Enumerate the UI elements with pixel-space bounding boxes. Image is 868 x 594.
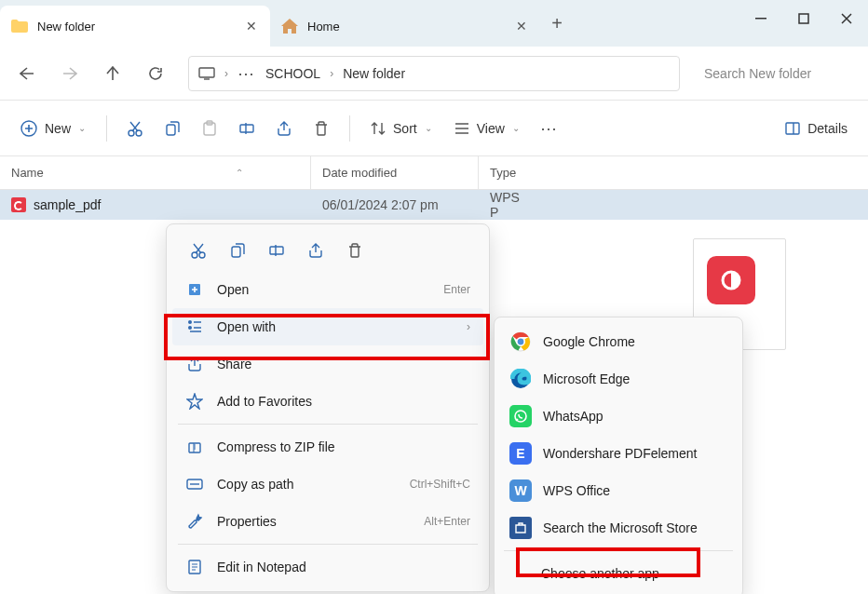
file-name: sample_pdf — [34, 197, 101, 212]
submenu-edge[interactable]: Microsoft Edge — [498, 360, 739, 398]
svg-point-12 — [192, 252, 197, 258]
submenu-label: WhatsApp — [543, 409, 604, 424]
close-icon[interactable]: ✕ — [244, 19, 259, 34]
more-button[interactable]: ⋯ — [533, 112, 566, 145]
menu-favorites[interactable]: Add to Favorites — [172, 383, 483, 420]
submenu-wps[interactable]: W WPS Office — [498, 472, 739, 509]
forward-button[interactable] — [50, 56, 89, 91]
share-icon — [185, 355, 204, 373]
details-label: Details — [807, 121, 848, 136]
menu-edit-notepad[interactable]: Edit in Notepad — [172, 548, 483, 586]
svg-point-18 — [188, 326, 192, 330]
submenu-whatsapp[interactable]: WhatsApp — [498, 398, 739, 435]
monitor-icon — [198, 67, 215, 80]
toolbar: New ⌄ Sort ⌄ View ⌄ ⋯ Details — [0, 101, 868, 156]
details-button[interactable]: Details — [776, 111, 857, 146]
submenu-label: Google Chrome — [543, 334, 635, 349]
minimize-button[interactable] — [739, 4, 782, 34]
address-bar[interactable]: › ⋯ SCHOOL › New folder — [188, 56, 680, 91]
rename-icon[interactable] — [265, 239, 288, 262]
delete-icon[interactable] — [344, 239, 366, 262]
pdf-icon — [11, 197, 26, 212]
tab-home[interactable]: Home ✕ — [270, 6, 540, 47]
ellipsis-icon[interactable]: ⋯ — [237, 63, 256, 84]
file-date: 06/01/2024 2:07 pm — [311, 197, 479, 212]
copy-icon[interactable] — [226, 239, 249, 262]
titlebar: New folder ✕ Home ✕ + — [0, 0, 868, 47]
paste-button[interactable] — [193, 112, 226, 145]
view-label: View — [477, 121, 505, 136]
zip-icon — [185, 438, 204, 456]
chevron-down-icon: ⌄ — [512, 123, 520, 133]
star-icon — [185, 392, 204, 411]
breadcrumb-part[interactable]: New folder — [343, 66, 405, 81]
rename-button[interactable] — [230, 112, 264, 145]
search-input[interactable]: Search New folder — [693, 56, 861, 91]
chevron-right-icon[interactable]: › — [224, 67, 228, 80]
view-button[interactable]: View ⌄ — [445, 111, 529, 146]
column-type[interactable]: Type — [479, 156, 535, 189]
context-menu: Open Enter Open with › Share Add to Favo… — [166, 223, 490, 592]
svg-point-4 — [129, 130, 134, 136]
wrench-icon — [185, 512, 204, 531]
open-with-icon — [185, 317, 204, 336]
sort-button[interactable]: Sort ⌄ — [361, 111, 441, 146]
window-controls — [739, 13, 868, 34]
close-icon[interactable]: ✕ — [514, 19, 529, 34]
svg-point-13 — [199, 252, 205, 258]
notepad-icon — [185, 558, 204, 576]
menu-properties[interactable]: Properties Alt+Enter — [172, 503, 483, 540]
submenu-choose-another[interactable]: Choose another app — [498, 555, 739, 592]
submenu-label: Microsoft Edge — [543, 371, 630, 386]
column-date[interactable]: Date modified — [311, 156, 479, 189]
share-button[interactable] — [267, 112, 301, 145]
chrome-icon — [509, 331, 532, 353]
svg-rect-1 — [799, 14, 808, 23]
share-icon[interactable] — [305, 239, 327, 262]
svg-rect-2 — [199, 68, 214, 77]
sort-indicator-icon: ⌃ — [236, 168, 243, 178]
menu-open[interactable]: Open Enter — [172, 271, 483, 308]
svg-rect-9 — [240, 125, 253, 132]
home-icon — [281, 18, 298, 34]
tab-newfolder[interactable]: New folder ✕ — [0, 6, 270, 47]
submenu-store[interactable]: Search the Microsoft Store — [498, 509, 739, 547]
sort-label: Sort — [393, 121, 417, 136]
edge-icon — [509, 368, 532, 390]
up-button[interactable] — [93, 56, 132, 91]
menu-compress[interactable]: Compress to ZIP file — [172, 428, 483, 466]
tab-title: Home — [307, 20, 505, 34]
close-button[interactable] — [825, 4, 868, 34]
submenu-pdfelement[interactable]: E Wondershare PDFelement — [498, 435, 739, 472]
svg-point-17 — [188, 320, 192, 324]
refresh-button[interactable] — [136, 56, 175, 91]
svg-rect-6 — [167, 125, 175, 135]
menu-open-with[interactable]: Open with › — [172, 308, 483, 345]
cut-icon[interactable] — [187, 239, 210, 262]
column-name[interactable]: Name⌃ — [0, 156, 311, 189]
svg-rect-0 — [755, 18, 766, 20]
submenu-chrome[interactable]: Google Chrome — [498, 323, 739, 360]
folder-icon — [11, 18, 28, 34]
whatsapp-icon — [509, 405, 532, 427]
back-button[interactable] — [7, 56, 47, 91]
path-icon — [185, 475, 204, 493]
submenu-label: WPS Office — [543, 483, 610, 498]
pdf-app-icon — [707, 256, 755, 304]
file-row[interactable]: sample_pdf 06/01/2024 2:07 pm WPS P — [0, 190, 868, 220]
new-button[interactable]: New ⌄ — [11, 111, 95, 146]
chevron-down-icon: ⌄ — [425, 123, 432, 133]
copy-button[interactable] — [156, 112, 189, 145]
new-tab-button[interactable]: + — [540, 7, 574, 40]
delete-button[interactable] — [305, 112, 338, 145]
maximize-button[interactable] — [782, 4, 825, 34]
breadcrumb-part[interactable]: SCHOOL — [265, 66, 320, 81]
chevron-right-icon[interactable]: › — [330, 67, 333, 80]
cut-button[interactable] — [118, 112, 152, 145]
menu-copy-path[interactable]: Copy as path Ctrl+Shift+C — [172, 466, 483, 503]
menu-share[interactable]: Share — [172, 345, 483, 383]
svg-rect-15 — [270, 247, 283, 254]
file-name-cell: sample_pdf — [0, 197, 311, 212]
chevron-down-icon: ⌄ — [78, 123, 86, 133]
svg-rect-14 — [232, 247, 240, 257]
